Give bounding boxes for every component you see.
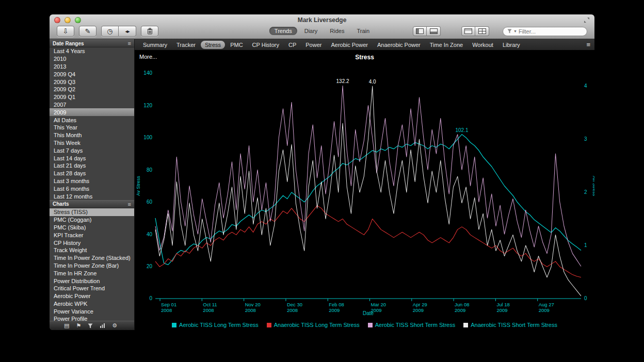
svg-text:2008: 2008 <box>161 307 172 313</box>
download-activity-button[interactable]: ⇩ <box>57 26 74 37</box>
download-icon: ⇩ <box>63 27 69 35</box>
date-range-item[interactable]: Last 12 months <box>50 192 134 200</box>
date-range-item[interactable]: Last 3 months <box>50 177 134 185</box>
chart-tab[interactable]: Summary <box>139 41 171 49</box>
intervals-icon: ◂▸ <box>125 28 129 34</box>
chart-tab[interactable]: Library <box>498 41 524 49</box>
chart-tab[interactable]: Power <box>301 41 326 49</box>
view-segment[interactable]: Rides <box>325 27 349 35</box>
panes-icon[interactable]: ▤ <box>64 322 69 329</box>
view-segment[interactable]: Diary <box>299 27 323 35</box>
date-range-item[interactable]: This Year <box>50 124 134 131</box>
chart-item[interactable]: Critical Power Trend <box>50 285 134 292</box>
close-button[interactable] <box>54 17 60 23</box>
svg-text:60: 60 <box>147 199 153 205</box>
chart-tab[interactable]: CP History <box>248 41 283 49</box>
chart-area: 02040608010012014001234Sep 012008Oct 112… <box>135 51 594 330</box>
chart-item[interactable]: Power Distribution <box>50 277 134 285</box>
svg-text:80: 80 <box>147 167 153 173</box>
svg-text:2008: 2008 <box>287 307 298 313</box>
chart-item[interactable]: Time In HR Zone <box>50 269 134 277</box>
tiled-view-icon <box>478 28 486 34</box>
section-menu-icon[interactable]: ≡ <box>128 40 131 46</box>
date-range-item[interactable]: Last 7 days <box>50 146 134 154</box>
filter-dropdown-icon[interactable]: ▼ <box>513 29 517 33</box>
date-range-item[interactable]: Last 4 Years <box>50 47 134 55</box>
delete-activity-button[interactable] <box>141 26 158 37</box>
date-range-item[interactable]: 2007 <box>50 101 134 109</box>
chart-tab[interactable]: Workout <box>468 41 497 49</box>
tabbar-menu-icon[interactable]: ≡ <box>586 41 590 48</box>
window-content: Date Ranges ≡ Last 4 Years 2010 2013 200… <box>50 39 594 330</box>
sidebar: Date Ranges ≡ Last 4 Years 2010 2013 200… <box>50 39 135 330</box>
stopwatch-button[interactable]: ◷ <box>101 26 119 37</box>
chart-item[interactable]: Time In Power Zone (Bar) <box>50 262 134 270</box>
zoom-button[interactable] <box>75 17 81 23</box>
bar-chart-icon[interactable] <box>100 323 105 328</box>
date-range-item[interactable]: Last 6 months <box>50 185 134 192</box>
date-range-item[interactable]: 2009 <box>50 108 134 116</box>
chart-tab[interactable]: Time In Zone <box>426 41 467 49</box>
filter-input[interactable] <box>519 28 583 35</box>
minimize-button[interactable] <box>65 17 71 23</box>
date-range-item[interactable]: 2013 <box>50 63 134 71</box>
chart-item[interactable]: Track Weight <box>50 246 134 254</box>
chart-tab[interactable]: Stress <box>201 41 225 49</box>
section-menu-icon[interactable]: ≡ <box>128 201 131 207</box>
filter-field[interactable]: ▼ <box>503 27 587 36</box>
svg-text:0: 0 <box>149 296 152 302</box>
date-range-item[interactable]: 2009 Q4 <box>50 70 134 78</box>
svg-text:2008: 2008 <box>245 307 256 313</box>
chart-item[interactable]: Aerobic WPK <box>50 300 134 308</box>
tiled-view-button[interactable] <box>475 26 489 36</box>
gear-icon[interactable]: ⚙ <box>112 322 117 329</box>
date-range-item[interactable]: 2010 <box>50 55 134 63</box>
manual-entry-button[interactable]: ✎ <box>79 26 96 37</box>
date-range-item[interactable]: Last 21 days <box>50 162 134 170</box>
intervals-button[interactable]: ◂▸ <box>119 26 136 37</box>
chart-tab[interactable]: PMC <box>226 41 247 49</box>
svg-text:40: 40 <box>147 232 153 237</box>
show-bottombar-button[interactable] <box>427 26 441 36</box>
app-window: Mark Liversedge ⇩ ✎ ◷ <box>50 14 594 330</box>
date-range-item[interactable]: All Dates <box>50 116 134 124</box>
view-switcher: Trends Diary Rides Train <box>269 27 375 35</box>
chart-tab[interactable]: CP <box>284 41 300 49</box>
chart-tab[interactable]: Tracker <box>172 41 200 49</box>
chart-item[interactable]: PMC (Skiba) <box>50 224 134 232</box>
legend-swatch <box>463 323 468 327</box>
chart-item[interactable]: Time In Power Zone (Stacked) <box>50 254 134 262</box>
chart-item[interactable]: Power Profile <box>50 315 134 321</box>
view-segment[interactable]: Trends <box>269 27 297 35</box>
view-segment[interactable]: Train <box>351 27 375 35</box>
chart-tab[interactable]: Anaerobic Power <box>373 41 425 49</box>
titlebar[interactable]: Mark Liversedge <box>50 14 594 25</box>
chart-item[interactable]: Aerobic Power <box>50 292 134 300</box>
svg-text:3: 3 <box>584 137 587 142</box>
chart-item[interactable]: Power Variance <box>50 307 134 315</box>
funnel-icon[interactable] <box>88 323 93 328</box>
style-toggle-group <box>461 26 489 36</box>
date-ranges-header[interactable]: Date Ranges ≡ <box>50 39 134 47</box>
date-range-item[interactable]: 2009 Q2 <box>50 86 134 93</box>
date-range-item[interactable]: 2009 Q3 <box>50 78 134 86</box>
chart-item[interactable]: KPI Tracker <box>50 231 134 239</box>
chart-tab[interactable]: Aerobic Power <box>327 41 372 49</box>
chart-item[interactable]: Stress (TISS) <box>50 208 134 216</box>
tabbed-view-button[interactable] <box>461 26 475 36</box>
traffic-lights <box>54 17 81 23</box>
date-range-item[interactable]: Last 28 days <box>50 170 134 177</box>
svg-text:Apr 29: Apr 29 <box>413 302 427 307</box>
chart-item[interactable]: PMC (Coggan) <box>50 216 134 224</box>
show-sidebar-button[interactable] <box>413 26 427 36</box>
window-title: Mark Liversedge <box>50 17 594 24</box>
date-range-item[interactable]: Last 14 days <box>50 154 134 162</box>
date-range-item[interactable]: This Week <box>50 139 134 147</box>
date-range-item[interactable]: 2009 Q1 <box>50 93 134 101</box>
bookmark-icon[interactable]: ⚑ <box>76 322 81 329</box>
charts-header[interactable]: Charts ≡ <box>50 200 134 208</box>
date-range-item[interactable]: This Month <box>50 131 134 139</box>
chart-item[interactable]: CP History <box>50 239 134 246</box>
fullscreen-icon[interactable] <box>583 17 590 24</box>
legend-swatch <box>368 323 373 327</box>
